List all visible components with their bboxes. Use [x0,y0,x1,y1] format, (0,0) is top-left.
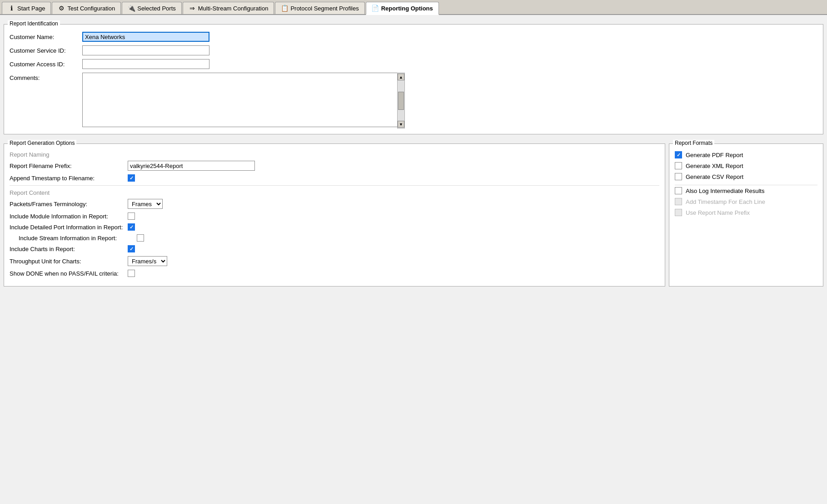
tab-multi-stream-label: Multi-Stream Configuration [198,5,269,12]
filename-prefix-input[interactable] [128,161,255,171]
generate-pdf-label: Generate PDF Report [686,152,743,158]
scrollbar-down-arrow[interactable]: ▼ [398,121,404,128]
customer-name-input[interactable] [82,32,209,42]
comments-textarea[interactable] [82,73,405,127]
include-detailed-port-checkbox[interactable] [128,223,135,231]
include-charts-label: Include Charts in Report: [10,246,128,252]
report-formats-group: Report Formats Generate PDF Report Gener… [669,143,823,287]
selected-ports-icon: 🔌 [128,5,135,12]
add-timestamp-checkbox [675,198,682,205]
start-page-icon: ℹ [8,5,15,12]
customer-access-id-input[interactable] [82,59,209,69]
show-done-row: Show DONE when no PASS/FAIL criteria: [10,270,659,277]
tab-selected-ports-label: Selected Ports [137,5,176,12]
throughput-unit-select[interactable]: Frames/s Packets/s Bits/s [128,256,167,266]
customer-name-row: Customer Name: [10,32,817,42]
comments-label: Comments: [10,73,82,81]
include-charts-row: Include Charts in Report: [10,245,659,252]
tab-test-configuration[interactable]: ⚙ Test Configuration [52,2,121,14]
generate-csv-checkbox[interactable] [675,173,682,180]
append-timestamp-checkbox[interactable] [128,174,135,182]
filename-prefix-row: Report Filename Prefix: [10,161,659,171]
include-stream-label: Include Stream Information in Report: [19,235,137,242]
lower-sections: Report Generation Options Report Naming … [4,138,823,290]
reporting-options-icon: 📄 [372,5,379,12]
report-identification-legend: Report Identification [8,20,60,27]
generate-xml-label: Generate XML Report [686,163,743,169]
throughput-unit-row: Throughput Unit for Charts: Frames/s Pac… [10,256,659,266]
generate-pdf-checkbox[interactable] [675,151,682,158]
show-done-label: Show DONE when no PASS/FAIL criteria: [10,270,128,277]
formats-divider [675,185,817,185]
tab-reporting-options[interactable]: 📄 Reporting Options [366,2,439,15]
tab-start-page-label: Start Page [17,5,45,12]
packets-frames-label: Packets/Frames Terminology: [10,201,128,208]
tab-protocol-segment-label: Protocol Segment Profiles [290,5,359,12]
append-timestamp-label: Append Timestamp to Filename: [10,175,128,182]
generate-xml-checkbox[interactable] [675,162,682,169]
filename-prefix-label: Report Filename Prefix: [10,163,128,169]
customer-service-id-input[interactable] [82,45,209,55]
generate-csv-label: Generate CSV Report [686,173,743,180]
report-identification-group: Report Identification Customer Name: Cus… [4,24,823,134]
log-intermediate-checkbox[interactable] [675,187,682,194]
include-stream-checkbox[interactable] [137,234,144,242]
report-naming-label: Report Naming [10,151,659,158]
report-content-label: Report Content [10,189,659,196]
throughput-unit-label: Throughput Unit for Charts: [10,258,128,265]
packets-frames-row: Packets/Frames Terminology: Frames Packe… [10,199,659,209]
scrollbar-up-arrow[interactable]: ▲ [398,74,404,80]
log-intermediate-label: Also Log Intermediate Results [686,188,764,194]
report-generation-group: Report Generation Options Report Naming … [4,143,665,287]
show-done-checkbox[interactable] [128,270,135,277]
tab-start-page[interactable]: ℹ Start Page [2,2,51,14]
include-charts-checkbox[interactable] [128,245,135,252]
add-timestamp-label: Add Timestamp For Each Line [686,198,765,205]
include-module-label: Include Module Information in Report: [10,213,128,220]
packets-frames-select[interactable]: Frames Packets [128,199,163,209]
tab-reporting-options-label: Reporting Options [381,5,433,12]
include-stream-row: Include Stream Information in Report: [10,234,659,242]
generate-xml-row: Generate XML Report [675,162,817,169]
use-report-name-label: Use Report Name Prefix [686,209,750,216]
append-timestamp-row: Append Timestamp to Filename: [10,174,659,182]
comments-scrollbar[interactable]: ▲ ▼ [397,73,405,128]
generate-csv-row: Generate CSV Report [675,173,817,180]
tab-test-configuration-label: Test Configuration [67,5,115,12]
use-report-name-row: Use Report Name Prefix [675,209,817,216]
include-module-row: Include Module Information in Report: [10,212,659,220]
report-formats-legend: Report Formats [673,140,714,146]
add-timestamp-row: Add Timestamp For Each Line [675,198,817,205]
log-intermediate-row: Also Log Intermediate Results [675,187,817,194]
customer-access-id-label: Customer Access ID: [10,61,82,68]
comments-area-wrapper: ▲ ▼ [82,73,405,128]
test-config-icon: ⚙ [58,5,65,12]
section-divider [10,185,659,186]
include-detailed-port-row: Include Detailed Port Information in Rep… [10,223,659,231]
tab-protocol-segment[interactable]: 📋 Protocol Segment Profiles [275,2,364,14]
customer-service-id-label: Customer Service ID: [10,47,82,54]
comments-row: Comments: ▲ ▼ [10,73,817,128]
use-report-name-checkbox [675,209,682,216]
include-module-checkbox[interactable] [128,212,135,220]
include-detailed-port-label: Include Detailed Port Information in Rep… [10,224,128,231]
multi-stream-icon: ⇒ [189,5,196,12]
main-content: Report Identification Customer Name: Cus… [0,15,827,294]
generate-pdf-row: Generate PDF Report [675,151,817,158]
customer-name-label: Customer Name: [10,34,82,40]
protocol-segment-icon: 📋 [281,5,288,12]
tab-bar: ℹ Start Page ⚙ Test Configuration 🔌 Sele… [0,0,827,15]
tab-selected-ports[interactable]: 🔌 Selected Ports [122,2,182,14]
customer-service-id-row: Customer Service ID: [10,45,817,55]
tab-multi-stream[interactable]: ⇒ Multi-Stream Configuration [183,2,274,14]
report-generation-legend: Report Generation Options [8,140,76,146]
scrollbar-thumb[interactable] [398,92,404,110]
customer-access-id-row: Customer Access ID: [10,59,817,69]
